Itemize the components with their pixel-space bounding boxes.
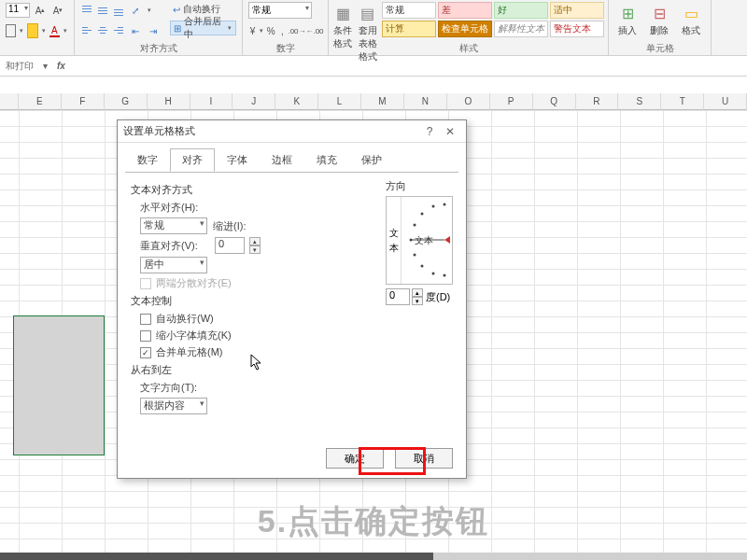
name-box[interactable]: 和打印 [6, 60, 34, 73]
indent-dec-icon[interactable]: ⇤ [128, 23, 143, 38]
fill-color-icon[interactable] [27, 23, 38, 38]
col-header[interactable]: G [105, 93, 148, 110]
font-color-icon[interactable]: A [49, 24, 61, 37]
justify-distributed-label: 两端分散对齐(E) [156, 276, 232, 290]
cancel-button[interactable]: 取消 [395, 448, 453, 469]
spin-up[interactable]: ▴ [249, 237, 261, 245]
spin-down[interactable]: ▾ [249, 245, 261, 254]
style-cell[interactable]: 差 [438, 2, 492, 19]
style-cell[interactable]: 适中 [550, 2, 604, 19]
border-icon[interactable] [6, 24, 16, 37]
svg-point-4 [444, 203, 446, 206]
align-bottom-icon[interactable] [112, 4, 125, 17]
merge-cells-checkbox[interactable] [140, 347, 151, 358]
align-top-icon[interactable] [80, 4, 93, 17]
video-progress[interactable] [0, 553, 747, 560]
dialog-titlebar[interactable]: 设置单元格格式 ? ✕ [118, 120, 466, 143]
svg-point-1 [414, 224, 416, 227]
dialog-tab[interactable]: 字体 [215, 148, 260, 172]
svg-point-3 [432, 205, 435, 208]
help-icon[interactable]: ? [419, 125, 440, 138]
v-align-select[interactable]: 居中 [140, 257, 207, 273]
rtl-section: 从右到左 [131, 363, 453, 377]
col-header[interactable]: U [704, 93, 747, 110]
delete-button[interactable]: ⊟删除 [646, 2, 672, 37]
dialog-title: 设置单元格格式 [123, 124, 195, 138]
col-header[interactable]: H [148, 93, 190, 110]
col-header[interactable]: Q [533, 93, 576, 110]
align-center-icon[interactable] [96, 24, 109, 37]
alignment-group: ⤢▾ ⇤ ⇥ ↩自动换行 ⊞合并后居中▾ 对齐方式 [75, 0, 243, 56]
inc-decimal-icon[interactable]: .00→ [289, 23, 304, 38]
fontcolor-dd[interactable]: ▾ [63, 27, 68, 35]
group-label: 对齐方式 [75, 42, 242, 55]
col-header[interactable]: E [19, 93, 62, 110]
style-cell[interactable]: 检查单元格 [438, 21, 492, 37]
col-header[interactable]: N [404, 93, 447, 110]
delete-icon: ⊟ [646, 2, 672, 24]
col-header[interactable]: I [190, 93, 233, 110]
font-size-select[interactable]: 11 [6, 3, 30, 18]
number-format-select[interactable]: 常规 [248, 2, 312, 19]
style-cell[interactable]: 计算 [382, 21, 436, 37]
shrink-fit-checkbox[interactable] [140, 330, 151, 342]
col-header[interactable]: S [618, 93, 661, 110]
align-left-icon[interactable] [80, 24, 93, 37]
style-cell[interactable]: 解释性文本 [494, 21, 548, 37]
table-fmt-icon: ▤ [358, 2, 379, 24]
insert-button[interactable]: ⊞插入 [614, 2, 641, 37]
column-headers[interactable]: EFGHIJKLMNOPQRSTU [0, 93, 747, 110]
style-cell[interactable]: 常规 [382, 2, 436, 19]
format-cells-dialog: 设置单元格格式 ? ✕ 数字对齐字体边框填充保护 文本对齐方式 水平对齐(H):… [117, 119, 467, 479]
comma-icon[interactable]: , [278, 23, 287, 38]
dialog-tab[interactable]: 保护 [349, 148, 394, 172]
merge-center-button[interactable]: ⊞合并后居中▾ [170, 21, 236, 35]
h-align-label: 水平对齐(H): [140, 201, 205, 215]
cells-group: ⊞插入 ⊟删除 ▭格式 单元格 [609, 0, 712, 56]
wrap-text-checkbox[interactable] [140, 314, 151, 325]
dialog-tab[interactable]: 对齐 [170, 148, 215, 172]
indent-spinner[interactable]: 0 [215, 237, 245, 254]
col-header[interactable]: F [62, 93, 105, 110]
style-cell[interactable]: 好 [494, 2, 548, 19]
col-header[interactable]: M [361, 93, 404, 110]
insert-icon: ⊞ [614, 2, 641, 24]
indent-inc-icon[interactable]: ⇥ [146, 23, 161, 38]
text-direction-select[interactable]: 根据内容 [140, 398, 207, 414]
ok-button[interactable]: 确定 [326, 448, 384, 469]
col-header[interactable] [0, 93, 19, 110]
col-header[interactable]: P [490, 93, 533, 110]
fill-dd[interactable]: ▾ [41, 27, 47, 35]
col-header[interactable]: L [318, 93, 361, 110]
dialog-tab[interactable]: 填充 [304, 148, 349, 172]
col-header[interactable]: T [661, 93, 704, 110]
style-cell[interactable]: 警告文本 [550, 21, 604, 37]
align-middle-icon[interactable] [96, 4, 109, 17]
dec-decimal-icon[interactable]: ←.00 [307, 23, 322, 38]
col-header[interactable]: R [576, 93, 619, 110]
col-header[interactable]: J [233, 93, 275, 110]
col-header[interactable]: O [447, 93, 490, 110]
styles-group: ▦条件格式 ▤套用 表格格式 常规差好适中计算检查单元格解释性文本警告文本 样式 [329, 0, 609, 56]
col-header[interactable]: K [275, 93, 318, 110]
cursor-icon [250, 354, 263, 371]
dialog-tab[interactable]: 边框 [260, 148, 304, 172]
orientation-degree-input[interactable]: 0 [386, 288, 410, 305]
fx-icon[interactable]: fx [57, 61, 65, 71]
decrease-font-icon[interactable]: A▾ [50, 3, 65, 18]
currency-icon[interactable]: ¥ [248, 23, 257, 38]
format-button[interactable]: ▭格式 [678, 2, 704, 37]
dialog-tab[interactable]: 数字 [125, 148, 170, 172]
orientation-icon[interactable]: ⤢ [128, 3, 143, 18]
dialog-tabs: 数字对齐字体边框填充保护 [118, 143, 466, 172]
h-align-select[interactable]: 常规 [140, 217, 207, 234]
align-right-icon[interactable] [112, 24, 125, 37]
increase-font-icon[interactable]: A▴ [33, 3, 48, 18]
orientation-control[interactable]: 文本 文本 [386, 196, 453, 285]
dialog-body: 文本对齐方式 水平对齐(H): 常规 缩进(I): 垂直对齐(V): 0 ▴▾ … [118, 172, 466, 452]
percent-icon[interactable]: % [267, 23, 275, 38]
wrap-icon: ↩ [173, 5, 180, 15]
close-icon[interactable]: ✕ [440, 125, 460, 138]
indent-label: 缩进(I): [213, 219, 250, 233]
border-dd[interactable]: ▾ [19, 27, 24, 35]
